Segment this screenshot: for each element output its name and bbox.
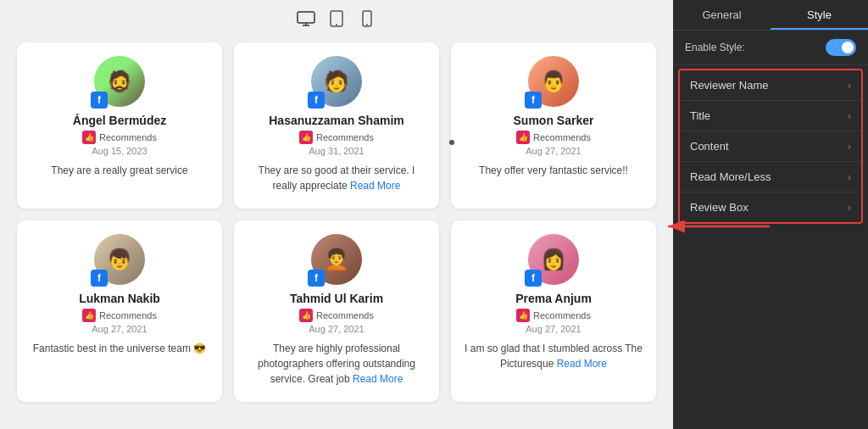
reviewer-name: Sumon Sarker [514,114,594,127]
review-card: 🧔 f Ángel Bermúdez 👍 Recommends Aug 15, … [17,42,222,209]
reviews-grid: 🧔 f Ángel Bermúdez 👍 Recommends Aug 15, … [17,42,656,402]
review-card: 🧑 f Hasanuzzaman Shamim 👍 Recommends Aug… [234,42,439,209]
style-option-label: Review Box [690,201,748,214]
review-date: Aug 27, 2021 [309,324,364,334]
review-date: Aug 15, 2023 [92,146,147,156]
avatar-wrap: 👨 f [528,56,579,107]
review-date: Aug 31, 2021 [309,146,364,156]
read-more-link[interactable]: Read More [557,358,607,370]
avatar-wrap: 🧔 f [94,56,145,107]
recommends-icon: 👍 [516,131,530,144]
review-text: They are so good at their service. I rea… [246,163,427,193]
avatar-wrap: 🧑 f [311,56,362,107]
right-panel: General Style Enable Style: Reviewer Nam… [673,0,868,429]
svg-point-4 [336,24,337,25]
avatar-wrap: 👩 f [528,234,579,285]
recommends-icon: 👍 [299,309,313,322]
style-option-content[interactable]: Content › [680,131,861,162]
read-more-link[interactable]: Read More [353,373,403,385]
review-date: Aug 27, 2021 [526,324,581,334]
chevron-icon: › [848,202,851,214]
review-card: 👨 f Sumon Sarker 👍 Recommends Aug 27, 20… [451,42,656,209]
tab-bar: General Style [673,0,868,31]
facebook-badge: f [91,270,108,287]
enable-style-row: Enable Style: [673,31,868,65]
chevron-icon: › [848,110,851,122]
style-option-title[interactable]: Title › [680,101,861,131]
cursor [449,140,454,145]
chevron-icon: › [848,141,851,153]
style-option-label: Title [690,109,710,122]
review-card: 👦 f Lukman Nakib 👍 Recommends Aug 27, 20… [17,220,222,402]
recommends: 👍 Recommends [82,309,157,322]
review-text: They offer very fantastic service!! [479,163,628,178]
mobile-icon[interactable] [357,8,377,29]
recommends-icon: 👍 [82,309,96,322]
recommends-label: Recommends [316,132,374,142]
style-option-label: Reviewer Name [690,79,768,92]
recommends-icon: 👍 [299,131,313,144]
reviewer-name: Hasanuzzaman Shamim [269,114,404,127]
left-panel: 🧔 f Ángel Bermúdez 👍 Recommends Aug 15, … [0,0,673,429]
svg-point-6 [366,24,368,25]
tab-style[interactable]: Style [771,0,868,30]
recommends-icon: 👍 [516,309,530,322]
recommends-icon: 👍 [82,131,96,144]
chevron-icon: › [848,80,851,92]
recommends: 👍 Recommends [299,131,374,144]
avatar-wrap: 👦 f [94,234,145,285]
style-option-label: Read More/Less [690,170,771,183]
enable-style-label: Enable Style: [685,42,745,53]
recommends-label: Recommends [533,132,591,142]
review-text: They are highly professional photographe… [246,341,427,387]
style-option-read-more-less[interactable]: Read More/Less › [680,162,861,192]
recommends: 👍 Recommends [82,131,157,144]
chevron-icon: › [848,171,851,183]
reviewer-name: Tahmid Ul Karim [290,292,383,305]
recommends-label: Recommends [99,132,157,142]
svg-rect-0 [298,12,314,23]
reviewer-name: Ángel Bermúdez [73,114,166,127]
review-date: Aug 27, 2021 [92,324,147,334]
tablet-icon[interactable] [326,8,347,29]
reviewer-name: Prema Anjum [515,292,592,305]
read-more-link[interactable]: Read More [350,180,400,192]
recommends-label: Recommends [533,310,591,320]
review-text: They are a really great service [51,163,187,178]
facebook-badge: f [308,270,325,287]
desktop-icon[interactable] [296,8,316,29]
style-option-reviewer-name[interactable]: Reviewer Name › [680,70,861,101]
recommends: 👍 Recommends [516,309,591,322]
facebook-badge: f [91,92,108,109]
style-option-label: Content [690,140,729,153]
review-text: Fantastic best in the universe team 😎 [33,341,206,356]
recommends: 👍 Recommends [299,309,374,322]
recommends: 👍 Recommends [516,131,591,144]
facebook-badge: f [525,92,542,109]
tab-general[interactable]: General [673,0,771,30]
facebook-badge: f [525,270,542,287]
avatar-wrap: 🧑‍🦱 f [311,234,362,285]
facebook-badge: f [308,92,325,109]
review-card: 👩 f Prema Anjum 👍 Recommends Aug 27, 202… [451,220,656,402]
review-date: Aug 27, 2021 [526,146,581,156]
reviewer-name: Lukman Nakib [79,292,160,305]
enable-style-toggle[interactable] [826,39,856,56]
recommends-label: Recommends [316,310,374,320]
toolbar [296,0,377,42]
review-card: 🧑‍🦱 f Tahmid Ul Karim 👍 Recommends Aug 2… [234,220,439,402]
style-options-group: Reviewer Name › Title › Content › Read M… [678,69,863,224]
recommends-label: Recommends [99,310,157,320]
review-text: I am so glad that I stumbled across The … [463,341,644,371]
